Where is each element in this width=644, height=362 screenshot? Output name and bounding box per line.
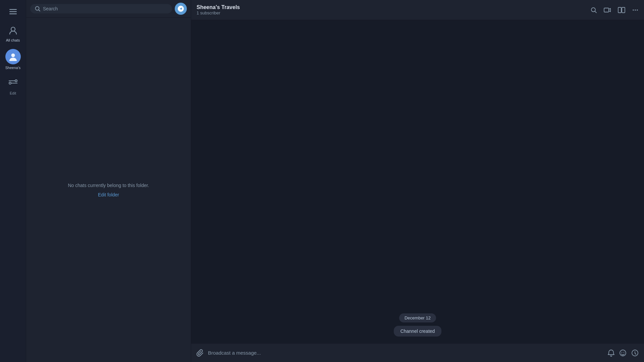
- svg-point-17: [635, 9, 636, 11]
- message-input-bar: [191, 343, 644, 362]
- chat-header-info: Sheena's Travels 1 subscriber: [197, 4, 590, 15]
- edit-icon: [6, 76, 20, 90]
- sticker-button[interactable]: [631, 349, 639, 357]
- sheenas-avatar: [5, 49, 21, 64]
- input-right-actions: [608, 349, 639, 357]
- more-options-button[interactable]: [632, 7, 639, 13]
- svg-point-4: [11, 54, 15, 57]
- chat-list-panel: No chats currently belong to this folder…: [26, 0, 191, 362]
- chat-header-actions: [590, 7, 639, 13]
- svg-point-11: [591, 8, 595, 12]
- search-icon: [35, 6, 40, 11]
- svg-point-6: [15, 80, 17, 82]
- svg-rect-15: [622, 7, 625, 13]
- svg-line-10: [39, 10, 40, 11]
- messages-area: December 12 Channel created: [191, 20, 644, 343]
- search-input[interactable]: [43, 6, 167, 11]
- svg-point-18: [637, 9, 638, 11]
- sidebar-item-all-chats[interactable]: All chats: [0, 20, 26, 46]
- svg-rect-0: [9, 9, 17, 10]
- video-call-button[interactable]: [604, 7, 611, 13]
- svg-point-16: [633, 9, 634, 11]
- menu-button[interactable]: [0, 3, 26, 20]
- telegram-logo-button[interactable]: [175, 3, 187, 15]
- attach-button[interactable]: [197, 349, 204, 357]
- sidebar-item-edit[interactable]: Edit: [0, 73, 26, 99]
- svg-rect-13: [604, 8, 609, 12]
- icon-sidebar: All chats Sheena's Edit: [0, 0, 26, 362]
- chat-name: Sheena's Travels: [197, 4, 590, 10]
- all-chats-label: All chats: [6, 38, 20, 42]
- svg-point-7: [9, 82, 11, 84]
- svg-line-12: [595, 11, 596, 13]
- edit-folder-link[interactable]: Edit folder: [98, 192, 119, 197]
- emoji-button[interactable]: [619, 349, 627, 357]
- all-chats-icon: [6, 23, 20, 37]
- notification-button[interactable]: [608, 349, 614, 357]
- search-input-wrap[interactable]: [30, 4, 172, 13]
- chat-search-button[interactable]: [590, 7, 597, 13]
- members-button[interactable]: [618, 7, 625, 13]
- chat-window: Sheena's Travels 1 subscriber: [191, 0, 644, 362]
- search-bar: [26, 0, 191, 18]
- chat-subscriber-count: 1 subscriber: [197, 10, 590, 15]
- empty-folder-text: No chats currently belong to this folder…: [68, 183, 149, 188]
- edit-label: Edit: [10, 91, 16, 95]
- sidebar-item-sheenas[interactable]: Sheena's: [0, 46, 26, 73]
- chat-header: Sheena's Travels 1 subscriber: [191, 0, 644, 20]
- sheenas-label: Sheena's: [5, 66, 21, 70]
- svg-point-3: [11, 27, 15, 31]
- svg-rect-14: [618, 7, 621, 13]
- svg-point-9: [36, 7, 39, 10]
- channel-created-badge: Channel created: [394, 326, 442, 337]
- empty-folder: No chats currently belong to this folder…: [26, 18, 191, 362]
- svg-point-20: [622, 352, 622, 352]
- svg-point-21: [624, 352, 624, 352]
- message-input[interactable]: [208, 350, 604, 356]
- date-badge: December 12: [399, 313, 436, 322]
- svg-rect-2: [9, 13, 17, 14]
- svg-rect-1: [9, 11, 17, 12]
